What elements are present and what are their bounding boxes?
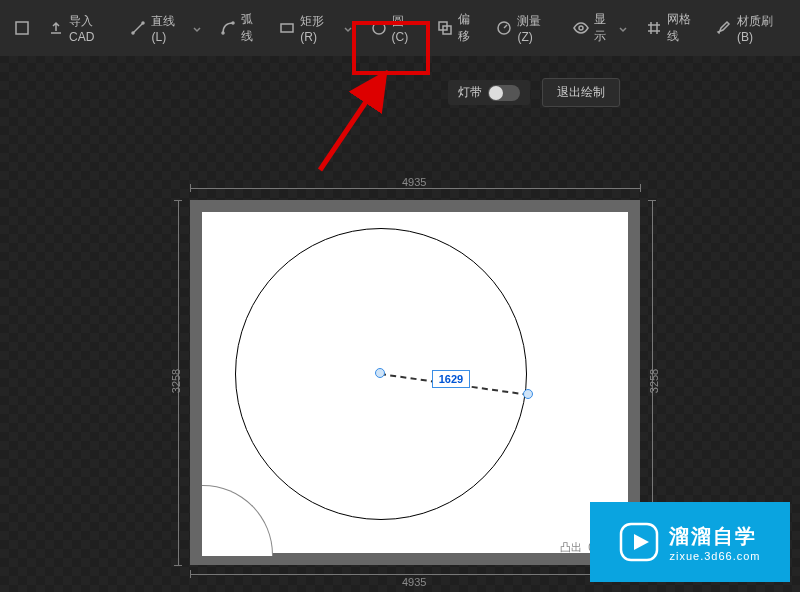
chevron-down-icon [192,23,202,33]
light-strip-toggle-group: 灯带 [448,80,530,105]
rect-tool-button[interactable]: 矩形 (R) [271,10,360,46]
radius-input[interactable]: 1629 [432,370,470,388]
dim-left-value: 3258 [170,369,182,393]
dim-bottom-value: 4935 [402,576,426,588]
exit-draw-button[interactable]: 退出绘制 [542,78,620,107]
rect-tool-label: 矩形 (R) [300,13,337,44]
watermark-text: 溜溜自学 zixue.3d66.com [669,523,760,562]
dim-right-value: 3258 [648,369,660,393]
line-icon [130,20,146,36]
rect-icon [279,20,295,36]
generic-icon [14,20,30,36]
import-cad-button[interactable]: 导入CAD [40,10,120,46]
wall-left [190,200,202,565]
secondary-toolbar: 灯带 退出绘制 [448,78,620,107]
circle-tool-button[interactable]: 圆 (C) [363,10,428,46]
import-cad-label: 导入CAD [69,13,112,44]
center-handle[interactable] [375,368,385,378]
offset-tool-button[interactable]: 偏移 [429,10,486,46]
measure-tool-button[interactable]: 测量 (Z) [488,10,562,46]
measure-tool-label: 测量 (Z) [517,13,554,44]
ruler-icon [496,20,512,36]
offset-icon [437,20,453,36]
light-strip-label: 灯带 [458,84,482,101]
dim-tick [174,565,182,566]
canvas[interactable]: 4935 4935 3258 3258 1629 凸出 0 [170,170,660,580]
wall-top [190,200,640,212]
arc-tool-label: 弧线 [241,11,261,45]
dim-tick [640,184,641,192]
circle-icon [371,20,387,36]
grid-tool-button[interactable]: 网格线 [638,10,706,46]
arc-tool-button[interactable]: 弧线 [212,10,269,46]
dim-tick [190,184,191,192]
eye-icon [573,20,589,36]
toolbar: 导入CAD 直线 (L) 弧线 矩形 (R) 圆 (C) 偏移 测量 (Z) 显… [0,0,800,56]
dim-tick [190,570,191,578]
material-brush-button[interactable]: 材质刷 (B) [708,10,794,46]
watermark: 溜溜自学 zixue.3d66.com [590,502,790,582]
chevron-down-icon [618,23,628,33]
dim-line-top [190,188,640,189]
display-tool-label: 显示 [594,11,613,45]
chevron-down-icon [343,23,353,33]
light-strip-toggle[interactable] [488,85,520,101]
svg-rect-0 [16,22,28,34]
truncated-button[interactable] [6,10,38,46]
line-tool-button[interactable]: 直线 (L) [122,10,210,46]
watermark-play-icon [619,522,659,562]
arc-icon [220,20,236,36]
grid-icon [646,20,662,36]
dim-tick [648,200,656,201]
line-tool-label: 直线 (L) [151,13,187,44]
dim-top-value: 4935 [402,176,426,188]
upload-icon [48,20,64,36]
circle-tool-label: 圆 (C) [392,13,420,44]
offset-tool-label: 偏移 [458,11,478,45]
radius-end-handle[interactable] [523,389,533,399]
dim-line-bottom [190,574,640,575]
svg-rect-5 [281,24,293,32]
material-brush-label: 材质刷 (B) [737,13,786,44]
display-tool-button[interactable]: 显示 [565,10,636,46]
dim-tick [174,200,182,201]
svg-point-6 [373,22,385,34]
svg-point-10 [579,26,583,30]
brush-icon [716,20,732,36]
extrude-label: 凸出 [560,541,582,553]
watermark-main: 溜溜自学 [669,523,760,550]
grid-tool-label: 网格线 [667,11,698,45]
watermark-sub: zixue.3d66.com [669,550,760,562]
